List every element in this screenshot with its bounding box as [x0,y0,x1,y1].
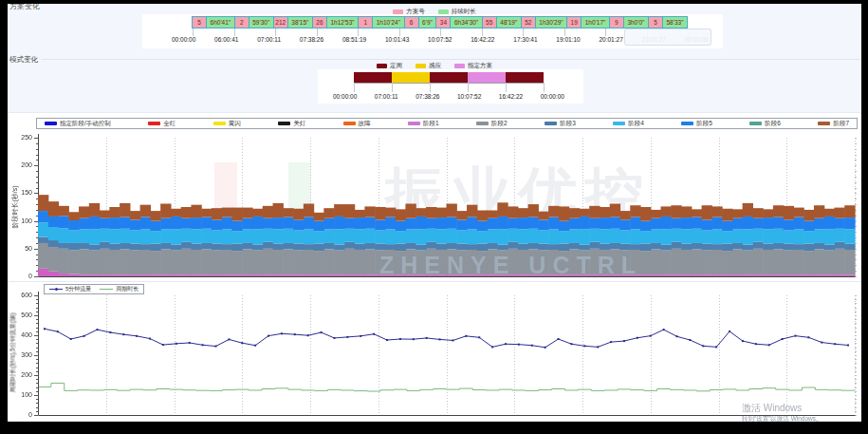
axis-tick [468,83,469,92]
legend-swatch [45,122,57,125]
plan-change-section: 方案变化 方案号持续时长 56h0'41"259'30"21238'15"261… [8,4,861,53]
plan-duration-cell: 58'33" [662,16,688,28]
faint-overlay-button[interactable] [624,28,711,46]
legend-swatch [343,122,356,125]
legend-item: 关灯 [278,120,305,128]
legend-item: 阶段2 [476,120,508,128]
mode-bar-segment [392,72,430,83]
legend-item: 全红 [148,120,175,128]
axis-tick [564,28,565,36]
plan-number-cell: 19 [566,16,582,28]
plan-number-cell: 26 [312,16,327,28]
legend-label: 阶段4 [628,120,644,128]
windows-activation-subtitle: 转到“设置”以激活 Windows。 [742,415,822,423]
windows-activation-notice: 激活 Windows 转到“设置”以激活 Windows。 [742,403,822,423]
axis-tick [440,28,441,36]
mode-change-section: 模式变化 定周感应指定方案 00:00:0007:00:1107:38:2610… [8,53,861,112]
axis-tick [430,83,431,92]
legend-label: 5分钟流量 [65,285,91,293]
timestamp-label: 07:38:26 [416,93,439,100]
plan-duration-cell: 6h34'30" [450,16,482,28]
legend-swatch [545,122,557,125]
marker-dot [55,288,58,291]
plan-duration-cell: 6'9" [418,16,437,28]
axis-tick [234,28,235,36]
legend-swatch [416,64,426,68]
legend-item: 周期时长 [100,285,139,293]
plan-number-cell: 6 [404,16,419,28]
plan-number-cell: 34 [435,16,451,28]
timestamp-label: 10:01:43 [385,36,409,43]
axis-tick [358,28,359,36]
timestamp-label: 20:01:27 [599,36,622,43]
flow-chart-panel: 5分钟流量周期时长 周期时长(秒/s),5分钟流量(辆) [8,281,861,422]
legend-label: 阶段5 [696,120,712,128]
axis-tick [482,28,483,36]
plan-duration-cell: 1h10'24" [372,16,404,28]
plan-duration-cell: 48'19" [496,16,522,28]
flow-cycle-chart [8,282,861,422]
legend-item: 阶段6 [749,120,781,128]
timestamp-label: 00:00:00 [172,36,195,43]
plan-duration-cell: 1h12'53" [326,16,359,28]
legend-label: 故障 [359,120,371,128]
axis-tick [317,28,318,36]
mode-bar-row [354,72,544,83]
timestamp-label: 06:00:41 [214,36,238,43]
legend-label: 阶段3 [560,120,576,128]
legend-label: 全红 [163,120,175,128]
legend-swatch [377,64,387,68]
legend-swatch [278,122,290,125]
mode-axis-line [354,83,545,84]
legend-swatch [613,122,625,125]
timestamp-label: 19:01:10 [556,36,580,43]
plan-number-cell: 5 [648,16,663,28]
legend-swatch [148,122,160,125]
legend-swatch [476,122,489,125]
legend-label: 指定阶段/手动控制 [60,120,111,128]
axis-tick [399,28,400,36]
legend-item: 黄闪 [213,120,241,128]
plan-duration-cell: 1h0'17" [581,16,610,28]
legend-swatch [213,122,226,125]
phase-chart-ylabel: 阶段时长(秒/s) [10,141,20,274]
legend-label: 黄闪 [229,120,241,128]
legend-item: 阶段3 [545,120,576,128]
plan-duration-cell: 6h0'41" [206,16,235,28]
plan-segment-row: 56h0'41"259'30"21238'15"261h12'53"11h10'… [193,16,688,28]
timestamp-label: 00:00:00 [541,93,564,100]
legend-swatch [818,122,830,125]
plan-number-cell: 52 [521,16,536,28]
legend-item: 阶段4 [613,120,644,128]
plan-duration-cell: 59'30" [249,16,274,28]
plan-number-cell: 55 [482,16,497,28]
plan-number-cell: 1 [358,16,373,28]
legend-swatch [749,122,762,125]
timestamp-label: 10:07:52 [457,93,481,100]
plan-duration-cell: 38'15" [287,16,313,28]
legend-item: 指定阶段/手动控制 [45,120,111,128]
timestamp-label: 17:30:41 [513,36,537,43]
axis-tick [523,28,524,36]
line-dot-marker [49,289,63,290]
legend-item: 阶段5 [681,120,712,128]
legend-swatch [454,64,465,68]
timestamp-label: 08:51:19 [342,36,366,43]
watermark-en: ZHENYE UCTRL [379,252,642,279]
plan-number-cell: 2 [234,16,249,28]
plan-number-cell: 212 [273,16,288,28]
plan-number-cell: 5 [192,16,207,28]
legend-label: 关灯 [293,120,305,128]
timestamp-label: 07:00:11 [375,93,398,100]
dashboard-content: 方案变化 方案号持续时长 56h0'41"259'30"21238'15"261… [8,4,861,422]
legend-item: 5分钟流量 [49,285,91,293]
flow-chart-ylabel: 周期时长(秒/s),5分钟流量(辆) [9,287,18,420]
timestamp-label: 10:07:52 [428,36,452,43]
axis-tick [193,28,194,36]
phase-chart-legend: 指定阶段/手动控制全红黄闪关灯故障阶段1阶段2阶段3阶段4阶段5阶段6阶段7 [36,118,858,129]
axis-tick [605,28,606,36]
mode-timestamps: 00:00:0007:00:1107:38:2610:07:5216:42:22… [333,93,564,100]
legend-label: 周期时长 [116,285,139,293]
plan-number-cell: 9 [609,16,624,28]
plan-duration-cell: 3h0'0" [623,16,649,28]
